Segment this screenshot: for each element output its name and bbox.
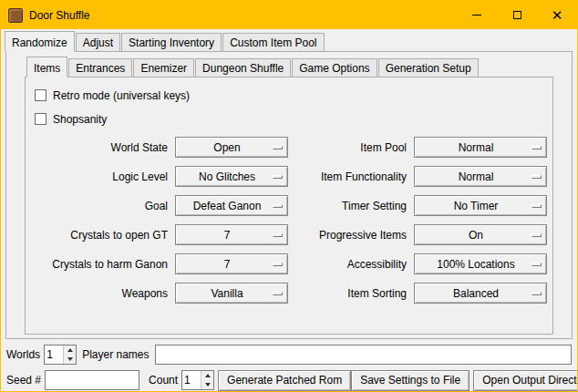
field-label: Goal (27, 200, 168, 212)
tab-dungeon-shuffle[interactable]: Dungeon Shuffle (195, 58, 291, 77)
retro-mode-checkbox[interactable]: Retro mode (universal keys) (35, 86, 551, 105)
save-settings-button[interactable]: Save Settings to File (351, 370, 470, 391)
dropdown-indicator-icon (273, 263, 283, 266)
tab-randomize[interactable]: Randomize (5, 31, 75, 52)
worlds-spin-up-button[interactable] (64, 346, 76, 355)
dropdown-indicator-icon (532, 146, 542, 150)
dropdown-indicator-icon (532, 263, 542, 266)
tab-items[interactable]: Items (26, 57, 67, 77)
dropdown-indicator-icon (273, 146, 283, 150)
main-tab-bar: Randomize Adjust Starting Inventory Cust… (1, 29, 577, 51)
field-label: Weapons (27, 287, 168, 300)
dropdown-value: On (469, 229, 492, 242)
accessibility-dropdown[interactable]: 100% Locations (414, 253, 547, 274)
dropdown-value: No Timer (454, 200, 508, 212)
tab-adjust[interactable]: Adjust (76, 33, 120, 51)
dropdown-value: 100% Locations (437, 258, 523, 271)
tab-enemizer[interactable]: Enemizer (133, 58, 194, 77)
spinner-buttons (201, 371, 213, 389)
dropdown-indicator-icon (532, 292, 542, 295)
dropdown-indicator-icon (273, 292, 283, 295)
crystals-open-gt-dropdown[interactable]: 7 (175, 224, 288, 245)
timer-setting-dropdown[interactable]: No Timer (414, 195, 547, 216)
world-state-dropdown[interactable]: Open (175, 137, 288, 158)
count-spin-up-button[interactable] (201, 371, 213, 380)
dropdown-indicator-icon (532, 233, 542, 237)
dropdown-value: Normal (459, 141, 503, 154)
spinner-buttons (63, 346, 76, 364)
field-label: Crystals to open GT (27, 229, 168, 242)
field-label: Logic Level (27, 170, 168, 183)
checkbox-box-icon (35, 113, 46, 125)
item-sorting-dropdown[interactable]: Balanced (414, 283, 547, 304)
weapons-dropdown[interactable]: Vanilla (175, 283, 288, 304)
item-functionality-dropdown[interactable]: Normal (414, 166, 547, 187)
down-arrow-icon (67, 357, 73, 361)
count-label: Count (149, 374, 178, 387)
close-button[interactable]: ✕ (537, 1, 577, 29)
dropdown-value: Open (213, 141, 249, 154)
worlds-label: Worlds (6, 348, 40, 361)
tab-starting-inventory[interactable]: Starting Inventory (121, 33, 222, 51)
titlebar[interactable]: Door Shuffle ✕ (1, 1, 577, 29)
items-pane: Retro mode (universal keys) Shopsanity W… (25, 77, 553, 335)
field-label: Crystals to harm Ganon (27, 258, 168, 271)
minimize-button[interactable] (457, 1, 497, 29)
field-label: Timer Setting (295, 200, 407, 212)
checkbox-label: Retro mode (universal keys) (53, 89, 190, 102)
maximize-button[interactable] (497, 1, 537, 29)
goal-dropdown[interactable]: Defeat Ganon (175, 195, 288, 216)
tab-entrances[interactable]: Entrances (68, 58, 132, 77)
generate-patched-rom-button[interactable]: Generate Patched Rom (218, 370, 351, 391)
dropdown-indicator-icon (273, 175, 283, 179)
dropdown-indicator-icon (532, 175, 542, 179)
dropdown-indicator-icon (273, 233, 283, 237)
dropdown-indicator-icon (532, 204, 542, 208)
item-pool-dropdown[interactable]: Normal (414, 137, 547, 158)
seed-row: Seed # Count Generate Patched Rom Save S… (6, 369, 572, 391)
progressive-items-dropdown[interactable]: On (414, 224, 547, 245)
maximize-icon (513, 11, 521, 19)
seed-input[interactable] (45, 370, 139, 390)
count-spin-down-button[interactable] (201, 380, 213, 389)
field-label: Item Functionality (295, 170, 407, 183)
dropdown-value: No Glitches (199, 170, 264, 183)
dropdown-indicator-icon (273, 204, 283, 208)
dropdown-value: Balanced (453, 287, 508, 300)
up-arrow-icon (205, 374, 211, 377)
down-arrow-icon (205, 383, 211, 387)
field-label: Item Pool (295, 141, 407, 154)
dropdown-value: 7 (224, 229, 240, 242)
sub-tab-bar: Items Entrances Enemizer Dungeon Shuffle… (25, 55, 553, 77)
randomize-pane: Items Entrances Enemizer Dungeon Shuffle… (5, 51, 573, 339)
dropdown-value: Normal (459, 170, 503, 183)
crystals-harm-ganon-dropdown[interactable]: 7 (175, 253, 288, 274)
field-label: World State (27, 141, 168, 154)
up-arrow-icon (67, 348, 73, 352)
shopsanity-checkbox[interactable]: Shopsanity (35, 109, 551, 129)
count-input[interactable] (182, 371, 201, 389)
dropdown-value: 7 (224, 258, 240, 271)
worlds-spinner (44, 345, 77, 365)
minimize-icon (472, 15, 481, 15)
player-names-input[interactable] (155, 345, 573, 365)
logic-level-dropdown[interactable]: No Glitches (175, 166, 288, 187)
worlds-spin-down-button[interactable] (64, 355, 76, 364)
checkbox-box-icon (35, 89, 46, 101)
field-label: Progressive Items (295, 229, 407, 242)
app-window: Door Shuffle ✕ Randomize Adjust Starting… (0, 0, 578, 392)
dropdown-value: Defeat Ganon (193, 200, 271, 212)
seed-label: Seed # (6, 374, 41, 387)
field-label: Item Sorting (295, 287, 407, 300)
tab-game-options[interactable]: Game Options (292, 58, 377, 77)
app-icon (8, 8, 23, 23)
tab-custom-item-pool[interactable]: Custom Item Pool (222, 33, 324, 51)
count-spinner (181, 370, 214, 390)
options-grid: World State Open Item Pool Normal Logic … (27, 137, 551, 304)
close-icon: ✕ (552, 8, 563, 22)
dropdown-value: Vanilla (211, 287, 252, 300)
worlds-input[interactable] (45, 346, 63, 364)
open-output-directory-button[interactable]: Open Output Directory (473, 370, 578, 391)
tab-generation-setup[interactable]: Generation Setup (378, 58, 479, 77)
worlds-row: Worlds Player names (6, 344, 572, 366)
